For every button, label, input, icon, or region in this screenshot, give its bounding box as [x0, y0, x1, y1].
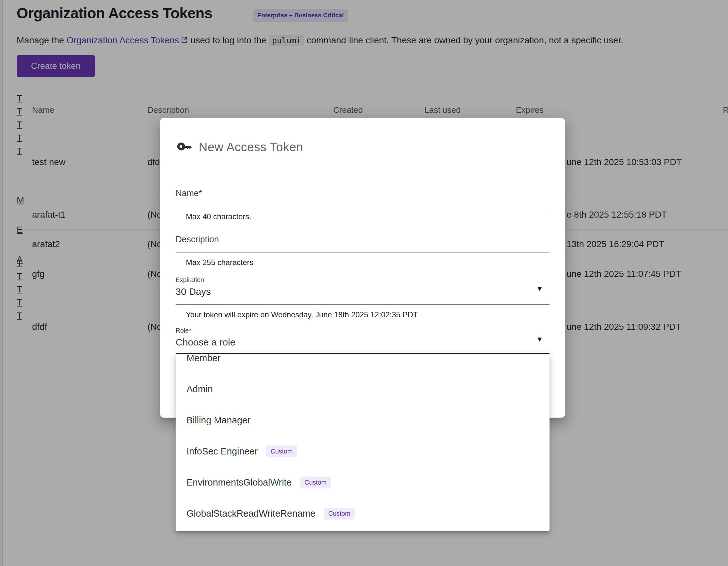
role-option-label: Admin [186, 384, 213, 395]
role-option-label: Member [186, 354, 220, 363]
role-option-admin[interactable]: Admin [176, 374, 550, 405]
expiration-select[interactable]: Expiration 30 Days [176, 276, 550, 297]
expiration-helper: Your token will expire on Wednesday, Jun… [186, 310, 418, 319]
description-field-label: Description [176, 235, 550, 245]
role-select[interactable]: Role* Choose a role [176, 327, 550, 348]
custom-role-badge: Custom [266, 445, 297, 457]
expiration-value: 30 Days [176, 286, 550, 297]
custom-role-badge: Custom [324, 508, 355, 520]
role-option-label: EnvironmentsGlobalWrite [186, 477, 292, 488]
role-option-billing-manager[interactable]: Billing Manager [176, 405, 550, 436]
modal-title: New Access Token [199, 140, 303, 154]
role-options-list: Member Admin Billing Manager InfoSec Eng… [176, 354, 550, 529]
role-option-label: InfoSec Engineer [186, 446, 258, 457]
role-option-label: GlobalStackReadWriteRename [186, 508, 315, 519]
description-field-underline [176, 253, 550, 253]
role-caret-down-icon: ▼ [536, 335, 543, 344]
key-icon [177, 139, 192, 155]
role-option-label: Billing Manager [186, 415, 251, 426]
role-option-infosec-engineer[interactable]: InfoSec Engineer Custom [176, 436, 550, 467]
expiration-underline [176, 304, 550, 305]
custom-role-badge: Custom [300, 477, 331, 488]
expiration-caret-down-icon: ▼ [536, 285, 543, 293]
modal-header: New Access Token [177, 139, 303, 155]
description-field[interactable]: Description [176, 235, 550, 245]
role-option-globalstackreadwriterename[interactable]: GlobalStackReadWriteRename Custom [176, 498, 550, 529]
name-field-helper: Max 40 characters. [186, 212, 251, 221]
role-dropdown-menu: Member Admin Billing Manager InfoSec Eng… [176, 354, 550, 531]
role-option-environmentsglobalwrite[interactable]: EnvironmentsGlobalWrite Custom [176, 467, 550, 498]
role-option-member[interactable]: Member [176, 354, 550, 374]
description-field-helper: Max 255 characters [186, 258, 253, 267]
role-label: Role* [176, 327, 550, 334]
role-placeholder: Choose a role [176, 337, 550, 348]
name-field-underline [176, 208, 550, 208]
expiration-label: Expiration [176, 276, 550, 284]
name-field-label: Name* [176, 188, 550, 198]
name-field[interactable]: Name* [176, 188, 550, 198]
